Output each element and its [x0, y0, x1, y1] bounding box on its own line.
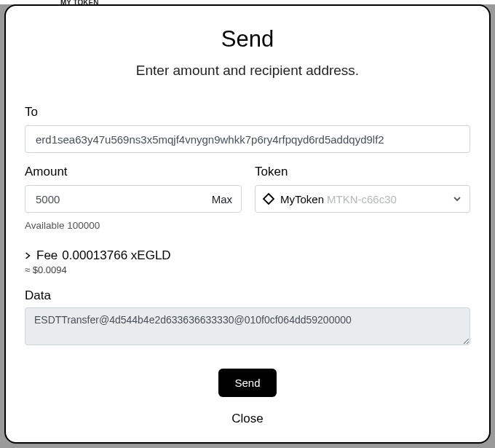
available-balance: Available 100000 [25, 220, 242, 231]
amount-input-wrap[interactable]: Max [25, 185, 242, 213]
fee-usd: ≈ $0.0094 [25, 264, 470, 275]
token-select[interactable]: MyToken MTKN-c66c30 [255, 185, 470, 213]
fee-label: Fee [36, 248, 58, 263]
svg-marker-0 [264, 194, 274, 204]
fee-row[interactable]: Fee 0.00013766 xEGLD [25, 248, 470, 263]
amount-label: Amount [25, 165, 242, 179]
max-button[interactable]: Max [206, 193, 232, 205]
to-input[interactable] [34, 133, 461, 146]
send-modal: Send Enter amount and recipient address.… [4, 4, 491, 444]
close-button[interactable]: Close [25, 412, 470, 426]
token-name: MyToken [280, 193, 324, 205]
chevron-down-icon [452, 194, 462, 204]
send-button[interactable]: Send [218, 369, 276, 397]
to-input-wrap[interactable] [25, 125, 470, 153]
data-textarea[interactable]: ESDTTransfer@4d544b4e2d633636633330@010f… [25, 307, 470, 345]
data-label: Data [25, 288, 470, 303]
fee-value: 0.00013766 xEGLD [62, 248, 170, 263]
modal-subtitle: Enter amount and recipient address. [25, 63, 470, 79]
token-label: Token [255, 165, 470, 179]
diamond-icon [263, 193, 274, 205]
to-label: To [25, 105, 470, 119]
token-ticker: MTKN-c66c30 [327, 193, 397, 205]
amount-input[interactable] [34, 192, 206, 206]
modal-title: Send [25, 26, 470, 52]
chevron-right-icon [25, 251, 32, 261]
